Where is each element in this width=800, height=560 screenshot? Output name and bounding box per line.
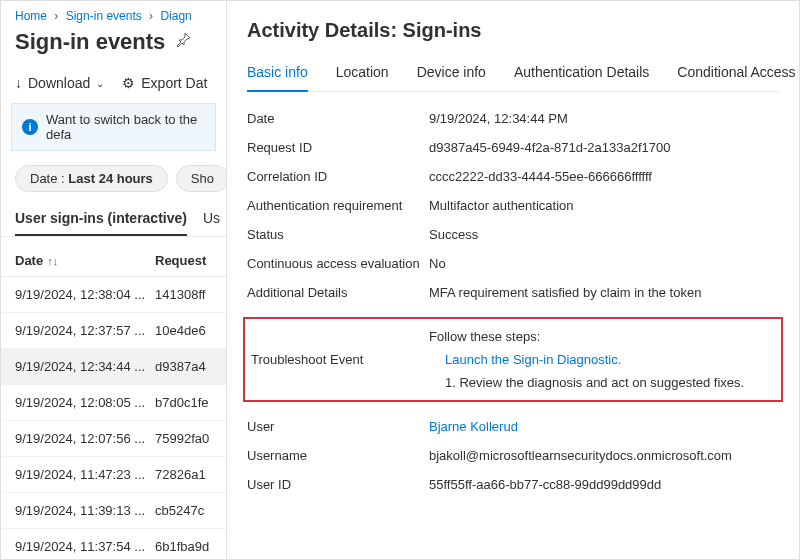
cell-date: 9/19/2024, 12:38:04 ... xyxy=(15,287,155,302)
troubleshoot-event-box: Troubleshoot Event Follow these steps: L… xyxy=(243,317,783,402)
troubleshoot-step-1: 1. Review the diagnosis and act on sugge… xyxy=(445,375,744,390)
tab-conditional-access[interactable]: Conditional Access xyxy=(677,58,795,91)
col-request[interactable]: Request xyxy=(155,253,212,268)
cell-date: 9/19/2024, 11:37:54 ... xyxy=(15,539,155,554)
pin-icon[interactable] xyxy=(175,32,191,52)
signin-table: Date↑↓ Request 9/19/2024, 12:38:04 ...14… xyxy=(1,237,226,559)
value-user[interactable]: Bjarne Kollerud xyxy=(429,419,518,434)
cell-date: 9/19/2024, 12:07:56 ... xyxy=(15,431,155,446)
download-label: Download xyxy=(28,75,90,91)
value-user-id: 55ff55ff-aa66-bb77-cc88-99dd99dd99dd xyxy=(429,477,779,492)
filter-second[interactable]: Sho xyxy=(176,165,227,192)
subtab-other[interactable]: Us xyxy=(203,202,220,236)
export-label: Export Dat xyxy=(141,75,207,91)
cell-date: 9/19/2024, 12:37:57 ... xyxy=(15,323,155,338)
breadcrumb-diag[interactable]: Diagn xyxy=(160,9,191,23)
detail-title: Activity Details: Sign-ins xyxy=(247,15,779,58)
table-row[interactable]: 9/19/2024, 12:08:05 ...b7d0c1fe xyxy=(1,385,226,421)
table-row[interactable]: 9/19/2024, 12:38:04 ...141308ff xyxy=(1,277,226,313)
value-status: Success xyxy=(429,227,779,242)
filter-date-value: Last 24 hours xyxy=(68,171,153,186)
value-auth-requirement: Multifactor authentication xyxy=(429,198,779,213)
table-row[interactable]: 9/19/2024, 12:07:56 ...75992fa0 xyxy=(1,421,226,457)
chevron-right-icon: › xyxy=(54,9,58,23)
label-user-id: User ID xyxy=(247,477,429,492)
gear-icon: ⚙ xyxy=(122,75,135,91)
value-cae: No xyxy=(429,256,779,271)
info-banner-text: Want to switch back to the defa xyxy=(46,112,205,142)
breadcrumb: Home › Sign-in events › Diagn xyxy=(1,1,226,27)
label-additional-details: Additional Details xyxy=(247,285,429,300)
label-status: Status xyxy=(247,227,429,242)
tab-auth-details[interactable]: Authentication Details xyxy=(514,58,649,91)
filter-bar: Date : Last 24 hours Sho xyxy=(1,161,226,202)
label-username: Username xyxy=(247,448,429,463)
page-title: Sign-in events xyxy=(15,29,165,55)
label-troubleshoot: Troubleshoot Event xyxy=(251,329,429,390)
download-icon: ↓ xyxy=(15,75,22,91)
tab-basic-info[interactable]: Basic info xyxy=(247,58,308,92)
cell-date: 9/19/2024, 12:34:44 ... xyxy=(15,359,155,374)
cell-request: 6b1fba9d xyxy=(155,539,212,554)
left-pane: Home › Sign-in events › Diagn Sign-in ev… xyxy=(1,1,227,559)
filter-date-key: Date : xyxy=(30,171,65,186)
chevron-down-icon: ⌄ xyxy=(96,78,104,89)
troubleshoot-intro: Follow these steps: xyxy=(429,329,744,344)
cell-request: 141308ff xyxy=(155,287,212,302)
cell-date: 9/19/2024, 11:47:23 ... xyxy=(15,467,155,482)
value-correlation-id: cccc2222-dd33-4444-55ee-666666ffffff xyxy=(429,169,779,184)
subtabs: User sign-ins (interactive) Us xyxy=(1,202,226,237)
label-auth-requirement: Authentication requirement xyxy=(247,198,429,213)
cell-request: b7d0c1fe xyxy=(155,395,212,410)
table-row[interactable]: 9/19/2024, 11:47:23 ...72826a1 xyxy=(1,457,226,493)
table-row[interactable]: 9/19/2024, 12:37:57 ...10e4de6 xyxy=(1,313,226,349)
label-cae: Continuous access evaluation xyxy=(247,256,429,271)
cell-request: 72826a1 xyxy=(155,467,212,482)
tab-location[interactable]: Location xyxy=(336,58,389,91)
cell-request: cb5247c xyxy=(155,503,212,518)
download-button[interactable]: ↓ Download ⌄ xyxy=(15,75,104,91)
table-row[interactable]: 9/19/2024, 11:37:54 ...6b1fba9d xyxy=(1,529,226,559)
table-header: Date↑↓ Request xyxy=(1,245,226,277)
export-button[interactable]: ⚙ Export Dat xyxy=(122,75,207,91)
info-banner[interactable]: i Want to switch back to the defa xyxy=(11,103,216,151)
sort-icon: ↑↓ xyxy=(47,255,58,267)
tab-device-info[interactable]: Device info xyxy=(417,58,486,91)
cell-date: 9/19/2024, 11:39:13 ... xyxy=(15,503,155,518)
launch-diagnostic-link[interactable]: Launch the Sign-in Diagnostic. xyxy=(445,352,621,367)
cell-date: 9/19/2024, 12:08:05 ... xyxy=(15,395,155,410)
kv-list: Date9/19/2024, 12:34:44 PM Request IDd93… xyxy=(247,92,779,499)
filter-date[interactable]: Date : Last 24 hours xyxy=(15,165,168,192)
label-correlation-id: Correlation ID xyxy=(247,169,429,184)
detail-tabs: Basic info Location Device info Authenti… xyxy=(247,58,779,92)
value-additional-details: MFA requirement satisfied by claim in th… xyxy=(429,285,779,300)
command-bar: ↓ Download ⌄ ⚙ Export Dat xyxy=(1,67,226,99)
col-date[interactable]: Date↑↓ xyxy=(15,253,155,268)
breadcrumb-signin[interactable]: Sign-in events xyxy=(66,9,142,23)
cell-request: 10e4de6 xyxy=(155,323,212,338)
subtab-interactive[interactable]: User sign-ins (interactive) xyxy=(15,202,187,236)
label-date: Date xyxy=(247,111,429,126)
value-username: bjakoll@microsoftlearnsecuritydocs.onmic… xyxy=(429,448,779,463)
breadcrumb-home[interactable]: Home xyxy=(15,9,47,23)
label-user: User xyxy=(247,419,429,434)
troubleshoot-steps: Follow these steps: Launch the Sign-in D… xyxy=(429,329,744,390)
label-request-id: Request ID xyxy=(247,140,429,155)
value-request-id: d9387a45-6949-4f2a-871d-2a133a2f1700 xyxy=(429,140,779,155)
cell-request: d9387a4 xyxy=(155,359,212,374)
table-row[interactable]: 9/19/2024, 12:34:44 ...d9387a4 xyxy=(1,349,226,385)
value-date: 9/19/2024, 12:34:44 PM xyxy=(429,111,779,126)
chevron-right-icon: › xyxy=(149,9,153,23)
cell-request: 75992fa0 xyxy=(155,431,212,446)
table-row[interactable]: 9/19/2024, 11:39:13 ...cb5247c xyxy=(1,493,226,529)
details-pane: Activity Details: Sign-ins Basic info Lo… xyxy=(227,1,799,559)
info-icon: i xyxy=(22,119,38,135)
